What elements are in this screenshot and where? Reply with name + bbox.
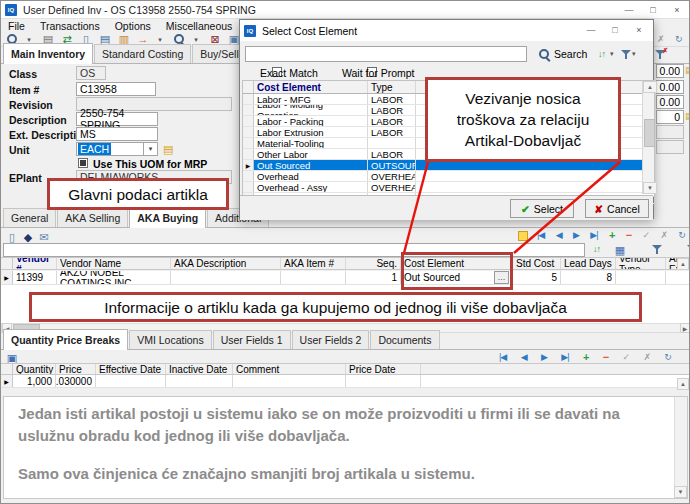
tab-user-fields-2[interactable]: User Fields 2 [292,330,370,349]
next-record-icon[interactable]: ▶ [573,231,579,240]
close-icon[interactable]: × [665,2,689,18]
uom-lookup-icon[interactable]: ▤ [163,143,173,156]
col-inactive-date[interactable]: Inactive Date [166,364,233,374]
col-comment[interactable]: Comment [233,364,346,374]
comment-cell[interactable] [233,375,346,387]
price-refresh-icon[interactable]: ↻ [664,353,671,362]
scroll-right-icon[interactable]: ▶ [680,323,690,333]
seq-cell[interactable]: 1 [346,271,401,284]
add-record-icon[interactable]: + [609,230,614,241]
right-field-1[interactable]: 0.00 [656,64,684,78]
col-seq[interactable]: Seq. [346,258,401,269]
price-scroll-up-icon[interactable]: ▲ [677,378,689,390]
dialog-col-type[interactable]: Type [368,81,416,93]
col-vendor-name[interactable]: Vendor Name [57,258,171,269]
vendor-row[interactable]: ▶ 11399 AKZO NOBEL COATINGS INC 1 Out So… [1,271,690,285]
dialog-scroll-up-icon[interactable]: ▲ [643,81,657,93]
dialog-filter-icon[interactable] [621,49,631,59]
std-cost-cell[interactable]: 5 [513,271,561,284]
col-quantity[interactable]: Quantity [13,364,56,374]
cancel-button[interactable]: ✘ Cancel [585,199,649,218]
col-vendor-no[interactable]: Vendor # [13,258,57,269]
cost-element-row[interactable]: OverheadOVERHEAD [243,171,654,182]
col-aka-description[interactable]: AKA Description [171,258,281,269]
tab-user-fields-1[interactable]: User Fields 1 [213,330,291,349]
quantity-cell[interactable]: 1,000 [13,375,56,387]
search-button[interactable]: Search [539,48,587,60]
col-cost-element[interactable]: Cost Element [401,258,513,269]
dialog-scrollbar[interactable]: ▲ ▼ [642,81,654,194]
select-button[interactable]: ✔ Select [510,199,574,218]
vendor-sort-icon[interactable]: ↓↑ [593,244,600,254]
col-std-cost[interactable]: Std Cost [513,258,561,269]
col-vendor-type[interactable]: Vendor Type [616,258,666,269]
col-effective-date[interactable]: Effective Date [96,364,166,374]
dialog-filter-clear-icon[interactable]: ✗ [655,49,665,59]
dialog-filter-dropdown-icon[interactable]: ▾ [632,50,636,58]
dialog-maximize-icon[interactable]: □ [603,22,627,38]
tab-quantity-price-breaks[interactable]: Quantity Price Breaks [3,329,128,350]
dialog-search-input[interactable] [245,46,527,62]
vendor-grid-icon[interactable]: ▦ [613,243,627,257]
col-price-date[interactable]: Price Date [346,364,421,374]
price-first-icon[interactable]: |◀ [499,353,506,362]
prev-record-icon[interactable]: ◀ [556,231,562,240]
cost-element-row[interactable]: Overhead - AssyOVERHEAD [243,182,654,193]
vendor-filter-icon[interactable] [652,244,662,254]
right-field-3[interactable]: 0.00 [656,95,684,109]
tab-standard-costing[interactable]: Standard Costing [94,44,191,63]
price-cell[interactable]: 0.030000 [56,375,96,387]
price-row[interactable]: ▶ 1,000 0.030000 [1,375,690,388]
dialog-sort-icon[interactable]: ↓↑ [598,49,605,59]
tab-documents[interactable]: Documents [370,330,439,349]
vendor-scroll-up-icon[interactable]: ▲ [677,258,689,270]
maximize-icon[interactable]: □ [641,2,665,18]
col-lead-days[interactable]: Lead Days [561,258,616,269]
price-cancel-icon[interactable]: ✗ [643,353,650,362]
last-record-icon[interactable]: ▶| [590,231,597,240]
right-field-2[interactable]: 0.00 [656,80,684,94]
tab-aka-selling[interactable]: AKA Selling [57,208,128,227]
price-next-icon[interactable]: ▶ [541,353,547,362]
lead-days-cell[interactable]: 8 [561,271,616,284]
cost-element-cell[interactable]: Out Sourced … [401,271,513,284]
item-field[interactable]: C13958 [76,82,156,96]
tab-vmi-locations[interactable]: VMI Locations [129,330,212,349]
minimize-icon[interactable]: — [617,2,641,18]
vendor-filter-input[interactable] [3,243,585,257]
add-vendor-icon[interactable]: ▯ [5,230,19,244]
price-post-icon[interactable]: ✓ [623,353,630,362]
tab-main-inventory[interactable]: Main Inventory [3,43,93,64]
right-field-1-lookup-icon[interactable]: ▤ [685,65,690,75]
dialog-scroll-thumb[interactable] [644,119,655,147]
price-add-icon[interactable]: + [583,352,588,363]
col-aka-item[interactable]: AKA Item # [281,258,346,269]
tab-general[interactable]: General [3,208,56,227]
menu-file[interactable]: File [8,20,25,32]
dialog-col-cost-element[interactable]: Cost Element [254,81,368,93]
first-record-icon[interactable]: |◀ [537,231,544,240]
aka-item-cell[interactable] [281,271,346,284]
post-record-icon[interactable]: ✓ [643,231,650,240]
delete-record-icon[interactable]: − [626,230,631,241]
notes-scrollbar[interactable] [674,397,687,498]
right-field-4[interactable]: 0 [656,110,684,124]
toolbar-refresh-icon[interactable]: ↻ [675,35,682,44]
tab-aka-buying[interactable]: AKA Buying [129,207,206,228]
refresh-record-icon[interactable]: ↻ [678,231,685,240]
effective-date-cell[interactable] [96,375,166,387]
notes-scroll-down-icon[interactable]: ▼ [674,486,687,498]
unit-dropdown-icon[interactable]: ▾ [143,143,157,155]
vendor-no-cell[interactable]: 11399 [13,271,57,284]
aka-description-cell[interactable] [171,271,281,284]
price-date-cell[interactable] [346,375,421,387]
menu-options[interactable]: Options [115,20,151,32]
vendor-type-cell[interactable] [616,271,666,284]
uom-mrp-checkbox[interactable] [78,158,88,168]
col-price[interactable]: Price [56,364,96,374]
toolbar-cancel-icon[interactable]: ✗ [657,35,664,44]
dialog-minimize-icon[interactable]: — [579,22,603,38]
price-last-icon[interactable]: ▶| [561,353,568,362]
unit-combo[interactable]: EACH ▾ [76,142,158,156]
menu-miscellaneous[interactable]: Miscellaneous [166,20,233,32]
